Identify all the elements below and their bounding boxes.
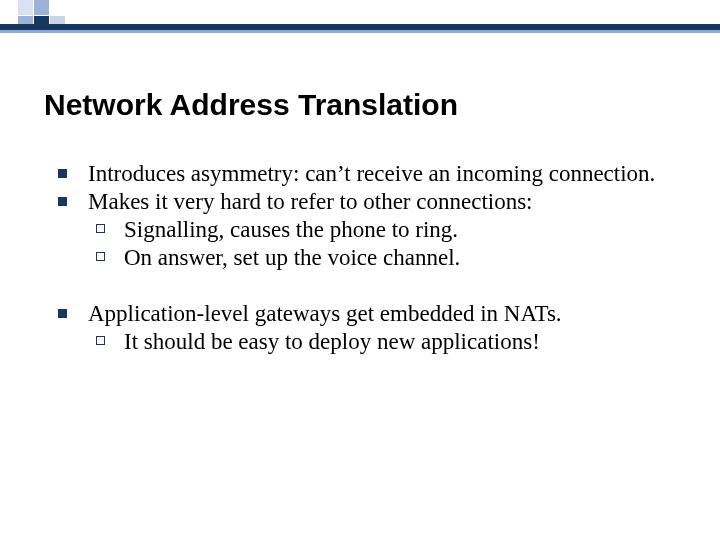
bullet-level1: Makes it very hard to refer to other con… (44, 188, 684, 216)
slide-title: Network Address Translation (44, 88, 458, 122)
bullet-level1: Application-level gateways get embedded … (44, 300, 684, 328)
bullet-text: Application-level gateways get embedded … (88, 301, 562, 326)
header-decoration (0, 0, 720, 40)
slide-body: Introduces asymmetry: can’t receive an i… (44, 160, 684, 356)
deco-bar-light (0, 30, 720, 33)
bullet-level2: On answer, set up the voice channel. (44, 244, 684, 272)
bullet-text: Introduces asymmetry: can’t receive an i… (88, 161, 655, 186)
spacer (44, 272, 684, 300)
bullet-text: On answer, set up the voice channel. (124, 245, 460, 270)
bullet-level2: It should be easy to deploy new applicat… (44, 328, 684, 356)
deco-square (34, 0, 49, 15)
bullet-level1: Introduces asymmetry: can’t receive an i… (44, 160, 684, 188)
slide: Network Address Translation Introduces a… (0, 0, 720, 540)
bullet-text: Makes it very hard to refer to other con… (88, 189, 533, 214)
bullet-text: Signalling, causes the phone to ring. (124, 217, 458, 242)
deco-square (18, 0, 33, 15)
bullet-level2: Signalling, causes the phone to ring. (44, 216, 684, 244)
bullet-text: It should be easy to deploy new applicat… (124, 329, 540, 354)
